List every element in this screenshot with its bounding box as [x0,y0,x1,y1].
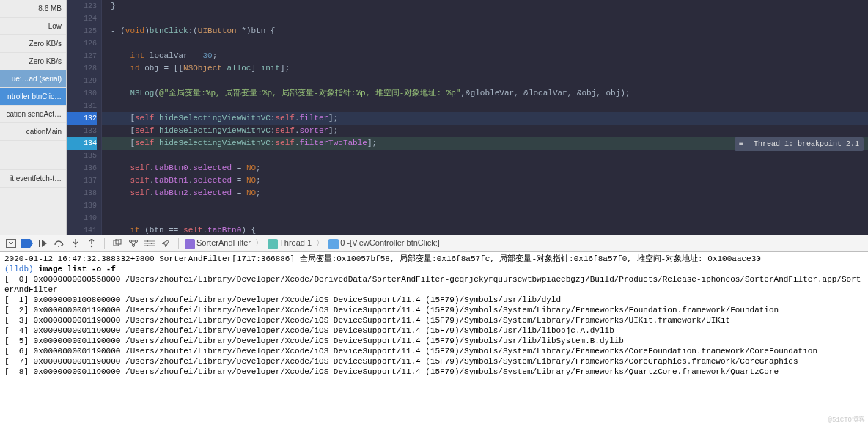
override-environment-button[interactable] [143,238,156,249]
sidebar-item-label: ue:…ad (serial) [12,75,62,83]
sidebar-item[interactable]: 8.6 MB [0,0,66,18]
sidebar-item-label: it.eventfetch-t… [10,175,62,183]
step-over-button[interactable] [53,238,66,249]
breadcrumb-frame: -[ViewController btnClick:] [347,238,439,247]
sidebar-item-label: Low [48,22,62,30]
lldb-console[interactable]: 2020-01-12 16:47:32.388332+0800 SorterAn… [0,252,868,426]
frame-icon [328,239,339,249]
sidebar-item-label: Zero KB/s [29,40,62,48]
separator [178,238,179,249]
sidebar-item[interactable]: Low [0,18,66,35]
svg-point-4 [91,246,92,247]
step-into-button[interactable] [69,238,82,249]
thread-icon [268,239,278,249]
simulate-location-button[interactable] [159,238,172,249]
breadcrumb-project: SorterAndFilter [196,238,251,247]
hide-debug-area-button[interactable] [4,238,18,249]
breadcrumb-frame-num: 0 [340,238,345,247]
sidebar-item-frame[interactable]: cationMain [0,123,66,141]
debug-memory-graph-button[interactable] [127,238,140,249]
breadcrumb-thread: Thread 1 [279,238,312,247]
breakpoint-badge[interactable]: ≡ Thread 1: breakpoint 2.1 [735,137,864,151]
continue-button[interactable] [37,238,50,249]
project-icon [185,239,195,249]
sidebar-item-frame[interactable]: cation sendAct… [0,106,66,123]
sidebar-item-label: cationMain [26,128,62,136]
sidebar-item-thread[interactable]: it.eventfetch-t… [0,170,66,188]
sidebar-item[interactable]: Zero KB/s [0,53,66,70]
sidebar-item-thread[interactable]: ue:…ad (serial) [0,70,66,88]
toggle-breakpoints-button[interactable] [21,238,34,249]
sidebar-item-label: ntroller btnClic… [7,92,62,100]
sidebar-item-label: Zero KB/s [29,57,62,65]
debug-toolbar: SorterAndFilter 〉 Thread 1 〉 0 -[ViewCon… [0,235,868,252]
debug-navigator-sidebar[interactable]: 8.6 MB Low Zero KB/s Zero KB/s ue:…ad (s… [0,0,67,235]
sidebar-item-label: 8.6 MB [38,4,62,12]
svg-rect-1 [39,240,40,247]
sidebar-item[interactable]: Zero KB/s [0,35,66,53]
sidebar-item-frame[interactable]: ntroller btnClic… [0,88,66,106]
svg-point-2 [58,246,59,247]
separator [104,238,105,249]
chevron-right-icon: 〉 [316,238,324,247]
step-out-button[interactable] [85,238,98,249]
watermark: @51CTO博客 [828,415,865,425]
chevron-right-icon: 〉 [255,238,263,247]
debug-view-hierarchy-button[interactable] [111,238,124,249]
sidebar-item [0,141,66,170]
code-editor[interactable]: }- (void)btnClick:(UIButton *)btn { int … [102,0,868,235]
svg-point-3 [75,246,76,247]
svg-rect-0 [7,240,16,248]
breadcrumb[interactable]: SorterAndFilter 〉 Thread 1 〉 0 -[ViewCon… [185,238,440,249]
line-number-gutter[interactable]: 1231241251261271281291301311321331341351… [67,0,102,235]
sidebar-item-label: cation sendAct… [6,110,62,118]
